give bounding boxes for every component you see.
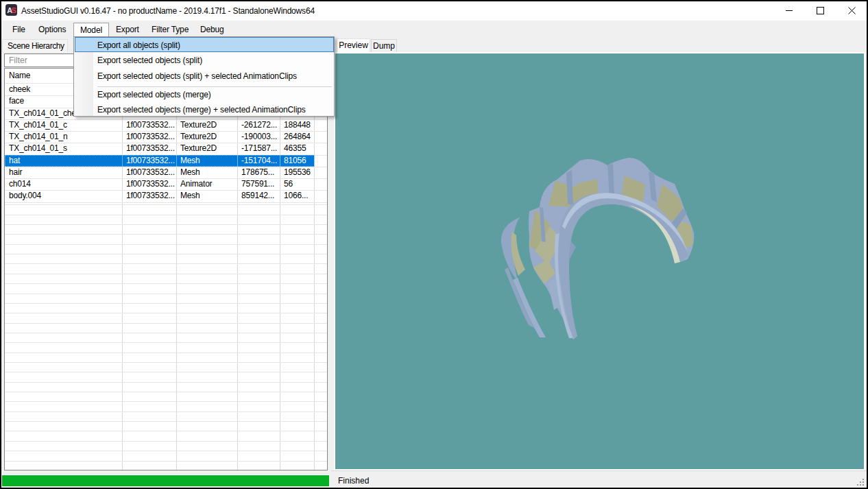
svg-text:S: S [12, 6, 16, 14]
